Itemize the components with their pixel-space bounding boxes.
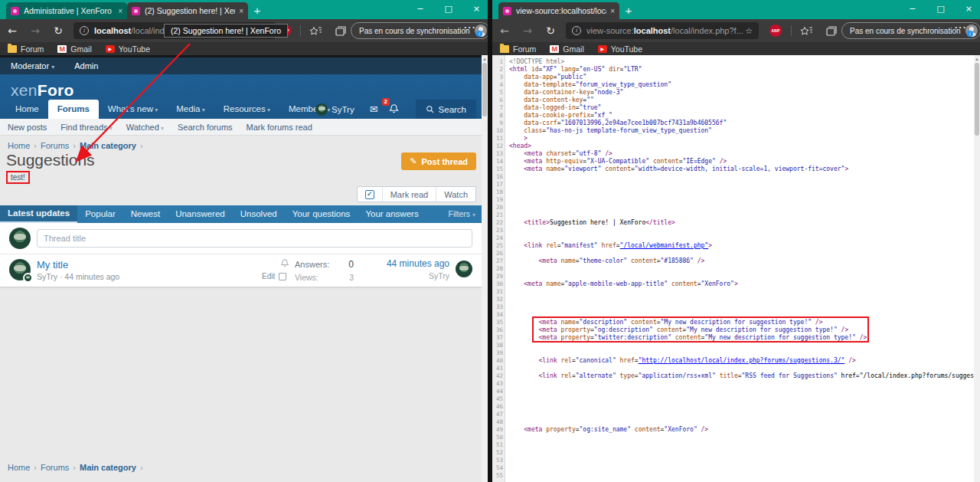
search-button[interactable]: Search <box>416 100 476 119</box>
code-text[interactable] <box>505 265 509 273</box>
scroll-up-arrow[interactable]: ▲ <box>482 57 487 61</box>
subnav-item-find-threads[interactable]: Find threads ▾ <box>60 123 112 132</box>
last-post-time-link[interactable]: 44 minutes ago <box>387 258 449 269</box>
tab-close-icon[interactable]: × <box>118 7 122 15</box>
breadcrumb-link[interactable]: Main category <box>80 463 136 472</box>
new-tab-button[interactable]: + <box>619 2 638 19</box>
code-text[interactable] <box>505 395 509 403</box>
new-tab-button[interactable]: + <box>248 2 266 19</box>
breadcrumb-link[interactable]: Home <box>8 463 30 472</box>
code-text[interactable]: <meta name="theme-color" content="#18588… <box>505 257 704 265</box>
bookmark-item[interactable]: Forum <box>500 44 536 54</box>
maximize-button[interactable]: □ <box>936 4 944 14</box>
xenforo-logo[interactable]: xenForo <box>11 81 74 100</box>
page-scrollbar[interactable]: ▲ <box>482 55 488 482</box>
alerts-bell[interactable]: 2 <box>389 103 399 116</box>
code-text[interactable]: <link rel="alternate" type="application/… <box>505 372 974 380</box>
forward-button[interactable]: → <box>28 23 43 38</box>
avatar[interactable] <box>315 103 328 116</box>
maximize-button[interactable]: □ <box>444 4 452 14</box>
breadcrumb-link[interactable]: Forums <box>41 463 69 472</box>
code-text[interactable]: data-template="forum_view_type_question" <box>505 81 671 89</box>
post-thread-button[interactable]: ✎ Post thread <box>401 152 476 170</box>
moderator-menu[interactable]: Moderator ▾ <box>11 61 54 70</box>
code-text[interactable] <box>505 196 509 204</box>
code-text[interactable] <box>505 311 509 319</box>
breadcrumb-link[interactable]: Forums <box>41 141 69 150</box>
code-text[interactable]: <meta name="apple-mobile-web-app-title" … <box>505 280 738 288</box>
code-text[interactable] <box>505 388 509 395</box>
back-button[interactable]: ← <box>497 23 512 38</box>
code-text[interactable]: class="has-no-js template-forum_view_typ… <box>505 127 712 135</box>
code-text[interactable] <box>505 434 509 441</box>
admin-link[interactable]: Admin <box>74 61 98 70</box>
code-text[interactable]: <link rel="manifest" href="/local/webman… <box>505 242 712 250</box>
filter-tab-popular[interactable]: Popular <box>77 205 123 223</box>
code-text[interactable] <box>505 449 509 457</box>
site-info-icon[interactable]: i <box>572 26 581 35</box>
bookmark-item[interactable]: MGmail <box>57 44 91 54</box>
code-text[interactable] <box>505 418 509 426</box>
code-text[interactable] <box>505 464 509 472</box>
breadcrumb-link[interactable]: Main category <box>80 141 136 150</box>
subnav-item-new-posts[interactable]: New posts <box>8 123 47 132</box>
last-post-avatar[interactable] <box>456 261 472 277</box>
collections-icon[interactable] <box>825 25 838 38</box>
code-text[interactable]: data-csrf="1607013996,2e94ae7cee1b007bcf… <box>505 120 727 127</box>
tab-close-icon[interactable]: × <box>610 7 615 15</box>
code-text[interactable] <box>505 296 509 303</box>
code-text[interactable]: <meta name="viewport" content="width=dev… <box>505 166 848 173</box>
code-text[interactable] <box>505 472 509 480</box>
code-text[interactable] <box>505 250 509 257</box>
menu-button[interactable]: ··· <box>464 21 476 33</box>
code-text[interactable]: <head> <box>505 143 531 150</box>
code-text[interactable]: > <box>505 135 528 143</box>
code-text[interactable] <box>505 380 509 388</box>
code-text[interactable]: <meta http-equiv="X-UA-Compatible" conte… <box>505 158 727 166</box>
breadcrumb-link[interactable]: Home <box>8 141 30 150</box>
browser-tab[interactable]: (2) Suggestion here! | XenForo× <box>127 2 248 19</box>
filter-tab-newest[interactable]: Newest <box>123 205 168 223</box>
site-info-icon[interactable]: i <box>80 26 89 35</box>
inbox-envelope-icon[interactable]: ✉ <box>370 103 378 115</box>
forward-button[interactable]: → <box>520 23 535 38</box>
page-scrollbar[interactable]: ▲ <box>974 55 980 482</box>
code-text[interactable]: data-cookie-prefix="xf_" <box>505 112 612 120</box>
minimize-button[interactable]: − <box>416 4 423 14</box>
nav-item-home[interactable]: Home <box>6 100 48 119</box>
select-all-button[interactable]: ✓ <box>358 187 382 202</box>
code-text[interactable] <box>505 441 509 449</box>
filter-tab-your-answers[interactable]: Your answers <box>358 205 426 223</box>
bookmark-item[interactable]: ▶YouTube <box>106 44 150 54</box>
collections-icon[interactable] <box>334 25 347 38</box>
code-text[interactable]: <title>Suggestion here! | XenForo</title… <box>505 219 675 227</box>
code-text[interactable]: <link rel="canonical" href="http://local… <box>505 357 856 365</box>
favorites-icon[interactable] <box>800 25 813 38</box>
code-text[interactable] <box>505 273 509 280</box>
close-button[interactable]: × <box>473 4 480 14</box>
menu-button[interactable]: ··· <box>955 21 967 33</box>
back-button[interactable]: ← <box>5 23 20 38</box>
code-text[interactable]: <meta charset="utf-8" /> <box>505 150 612 158</box>
nav-item-forums[interactable]: Forums <box>48 100 99 119</box>
code-text[interactable] <box>505 303 509 311</box>
code-text[interactable] <box>505 204 509 211</box>
subnav-item-search-forums[interactable]: Search forums <box>178 123 233 132</box>
bookmark-item[interactable]: Forum <box>8 44 44 54</box>
bookmark-item[interactable]: ▶YouTube <box>598 44 642 54</box>
code-text[interactable]: data-content-key="" <box>505 97 594 104</box>
code-text[interactable] <box>505 288 509 296</box>
minimize-button[interactable]: − <box>909 4 916 14</box>
code-text[interactable]: <meta property="og:site_name" content="X… <box>505 426 708 434</box>
filter-tab-latest-updates[interactable]: Latest updates <box>0 205 77 223</box>
tab-close-icon[interactable]: × <box>239 7 243 15</box>
subnav-item-mark-forums-read[interactable]: Mark forums read <box>247 123 312 132</box>
code-text[interactable] <box>505 181 509 189</box>
code-text[interactable] <box>505 227 509 234</box>
watch-bell-icon[interactable] <box>280 258 289 270</box>
browser-tab[interactable]: view-source:localhost/local/ind× <box>498 2 619 19</box>
checkbox-icon[interactable] <box>279 273 286 280</box>
adblock-icon[interactable]: ABP <box>769 25 782 37</box>
code-text[interactable] <box>505 457 509 464</box>
filter-tab-unanswered[interactable]: Unanswered <box>168 205 233 223</box>
